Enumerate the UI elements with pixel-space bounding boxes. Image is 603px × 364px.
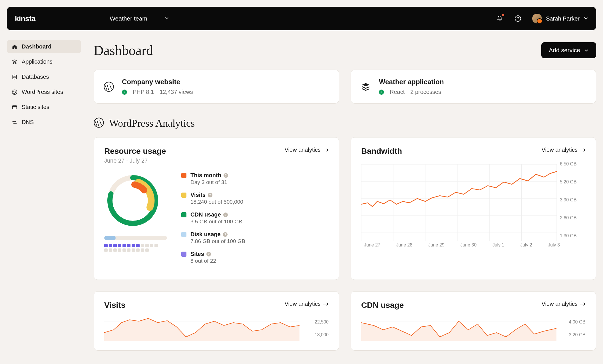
site-card-weather[interactable]: Weather application React 2 processes [351,70,596,104]
wordpress-icon [11,89,18,95]
sidebar-item-label: DNS [22,119,34,126]
sidebar-item-label: Static sites [22,104,49,110]
status-ok-icon [379,90,384,95]
y-axis-labels: 4.00 GB3.20 GB [569,316,586,341]
site-card-company[interactable]: Company website PHP 8.1 12,437 views [94,70,339,104]
chevron-down-icon [584,16,588,21]
help-icon[interactable]: ? [223,213,228,217]
sidebar-item-label: WordPress sites [22,89,63,95]
main-content: Dashboard Add service Company website PH… [94,42,596,351]
sidebar-item-applications[interactable]: Applications [7,55,81,68]
sidebar-item-dns[interactable]: DNS [7,116,81,129]
sidebar-item-static[interactable]: Static sites [7,100,81,114]
cdn-card: CDN usage View analytics 4.00 GB3.20 GB [351,291,596,351]
svg-rect-3 [13,106,17,109]
sidebar-item-databases[interactable]: Databases [7,70,81,84]
chevron-down-icon [164,16,169,21]
avatar [532,14,542,23]
bell-icon [497,15,503,22]
help-icon [514,15,521,22]
svg-point-1 [13,75,16,76]
cdn-chart [361,316,556,341]
sidebar-item-label: Databases [22,74,49,80]
card-title: Company website [122,78,330,86]
window-icon [11,104,18,110]
help-icon[interactable]: ? [206,252,211,256]
dns-icon [11,119,18,126]
wordpress-icon [94,118,104,129]
arrow-right-icon [580,148,586,152]
legend-item: Disk usage? 7.86 GB out of 100 GB [181,231,329,244]
chart-date-range: June 27 - July 27 [104,157,166,164]
help-button[interactable] [514,15,522,23]
resource-legend: This month? Day 3 out of 31 Visits? 18,2… [181,172,329,270]
sidebar-item-label: Dashboard [22,43,51,50]
team-selector[interactable]: Weather team [110,15,169,22]
donut-chart [104,172,161,229]
bandwidth-card: Bandwidth View analytics [351,137,596,280]
arrow-right-icon [323,148,329,152]
notifications-button[interactable] [496,15,504,23]
chart-title: Bandwidth [361,147,402,156]
user-name: Sarah Parker [546,15,580,22]
arrow-right-icon [580,302,586,306]
sidebar-item-dashboard[interactable]: Dashboard [7,40,81,53]
help-icon[interactable]: ? [208,193,212,197]
legend-item: This month? Day 3 out of 31 [181,172,329,185]
status-ok-icon [122,90,127,95]
help-icon[interactable]: ? [224,173,228,178]
page-title: Dashboard [94,43,153,58]
visits-card: Visits View analytics 22,50018,000 [94,291,339,351]
add-service-button[interactable]: Add service [541,42,596,58]
sidebar-item-label: Applications [22,58,53,65]
team-name: Weather team [110,15,147,22]
view-analytics-link[interactable]: View analytics [542,147,586,153]
view-analytics-link[interactable]: View analytics [285,301,329,307]
stack-icon [360,81,371,92]
legend-item: CDN usage? 3.5 GB out of 100 GB [181,211,329,225]
stack-icon [11,59,18,65]
card-metric: 12,437 views [160,89,193,95]
y-axis-labels: 22,50018,000 [315,316,329,341]
sidebar-item-wordpress[interactable]: WordPress sites [7,85,81,99]
view-analytics-link[interactable]: View analytics [542,301,586,307]
card-title: Weather application [379,78,587,86]
chevron-down-icon [584,48,589,52]
card-metric: 2 processes [410,89,441,95]
arrow-right-icon [323,302,329,306]
chart-title: Resource usage [104,147,166,156]
resource-usage-card: Resource usage June 27 - July 27 View an… [94,137,339,280]
wordpress-icon [103,81,114,92]
help-icon[interactable]: ? [223,232,228,237]
legend-item: Visits? 18,240 out of 500,000 [181,192,329,205]
sites-dots [104,244,161,252]
visits-chart [104,316,300,341]
chart-title: CDN usage [361,301,404,310]
home-icon [11,44,18,50]
disk-progress-bar [104,236,167,240]
section-title: WordPress Analytics [109,117,195,129]
y-axis-labels: 6.50 GB5.20 GB3.90 GB2.60 GB1.30 GB [560,161,586,238]
card-tech: PHP 8.1 [133,89,154,95]
card-tech: React [390,89,405,95]
top-header: kinsta Weather team Sarah Parker [7,7,596,30]
x-axis-labels: June 27June 28June 29June 30July 1July 2… [361,242,586,248]
notification-dot [502,14,504,16]
chart-title: Visits [104,301,125,310]
logo: kinsta [15,14,35,23]
sidebar: Dashboard Applications Databases WordPre… [7,40,81,131]
legend-item: Sites? 8 out of 22 [181,251,329,264]
bandwidth-chart [361,161,586,241]
database-icon [11,74,18,80]
add-service-label: Add service [549,47,580,54]
user-menu[interactable]: Sarah Parker [532,14,588,23]
view-analytics-link[interactable]: View analytics [285,147,329,153]
